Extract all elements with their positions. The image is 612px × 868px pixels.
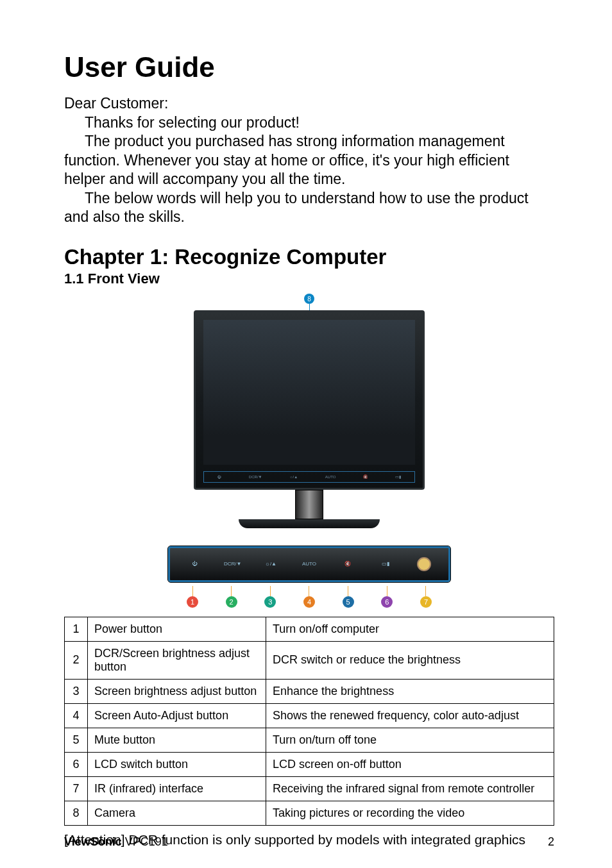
row-desc: Enhance the brightness bbox=[266, 679, 554, 703]
chapter-heading: Chapter 1: Recognize Computer bbox=[64, 245, 554, 269]
monitor-stand-base bbox=[239, 519, 380, 528]
row-number: 6 bbox=[65, 752, 88, 776]
panel-dcr-label: DCR/▼ bbox=[223, 561, 243, 567]
row-desc: DCR switch or reduce the brightness bbox=[266, 641, 554, 679]
monitor-screen bbox=[203, 320, 415, 465]
row-name: Power button bbox=[88, 617, 266, 641]
row-name: IR (infrared) interface bbox=[88, 776, 266, 801]
row-desc: Receiving the infrared signal from remot… bbox=[266, 776, 554, 801]
row-name: Screen Auto-Adjust button bbox=[88, 703, 266, 728]
parts-table: 1Power buttonTurn on/off computer2DCR/Sc… bbox=[64, 617, 554, 826]
panel-brightness-label: ☼/▲ bbox=[260, 561, 281, 567]
section-heading: 1.1 Front View bbox=[64, 271, 554, 287]
page-footer: ViewSonic VPC191 2 bbox=[64, 835, 554, 849]
table-row: 3Screen brightness adjust buttonEnhance … bbox=[65, 679, 554, 703]
intro-para-1: Thanks for selecting our product! bbox=[64, 113, 554, 132]
table-row: 8CameraTaking pictures or recording the … bbox=[65, 801, 554, 825]
row-desc: Shows the renewed frequency, color auto-… bbox=[266, 703, 554, 728]
intro-para-3: The below words will help you to underst… bbox=[64, 189, 554, 227]
panel-ir-hole bbox=[414, 557, 434, 571]
callout-4: 4 bbox=[303, 596, 315, 608]
callout-1: 1 bbox=[187, 596, 198, 608]
callout-2: 2 bbox=[226, 596, 237, 608]
table-row: 7IR (infrared) interfaceReceiving the in… bbox=[65, 776, 554, 801]
row-name: DCR/Screen brightness adjust button bbox=[88, 641, 266, 679]
intro-block: Dear Customer: Thanks for selecting our … bbox=[64, 95, 554, 227]
row-number: 4 bbox=[65, 703, 88, 728]
front-view-figure: 8 ⏻DCR/▼☼/▲AUTO🔇▭▮ ⏻ DCR/▼ ☼/▲ AUTO 🔇 ▭▮… bbox=[64, 292, 554, 608]
button-panel: ⏻ DCR/▼ ☼/▲ AUTO 🔇 ▭▮ bbox=[168, 546, 450, 582]
panel-mute-icon: 🔇 bbox=[337, 561, 358, 567]
row-number: 3 bbox=[65, 679, 88, 703]
row-number: 5 bbox=[65, 728, 88, 752]
panel-auto-label: AUTO bbox=[299, 561, 319, 567]
monitor-stand-neck bbox=[295, 490, 323, 519]
table-row: 6LCD switch buttonLCD screen on-off butt… bbox=[65, 752, 554, 776]
callout-5: 5 bbox=[343, 596, 354, 608]
row-name: LCD switch button bbox=[88, 752, 266, 776]
table-row: 1Power buttonTurn on/off computer bbox=[65, 617, 554, 641]
row-desc: Turn on/off computer bbox=[266, 617, 554, 641]
panel-power-icon: ⏻ bbox=[184, 561, 205, 567]
row-number: 2 bbox=[65, 641, 88, 679]
row-name: Mute button bbox=[88, 728, 266, 752]
footer-brand: ViewSonic VPC191 bbox=[64, 835, 168, 849]
row-name: Camera bbox=[88, 801, 266, 825]
page-title: User Guide bbox=[64, 51, 554, 83]
row-desc: Taking pictures or recording the video bbox=[266, 801, 554, 825]
row-desc: Turn on/turn off tone bbox=[266, 728, 554, 752]
footer-page-number: 2 bbox=[548, 835, 554, 849]
greeting: Dear Customer: bbox=[64, 95, 554, 112]
table-row: 4Screen Auto-Adjust buttonShows the rene… bbox=[65, 703, 554, 728]
table-row: 2DCR/Screen brightness adjust buttonDCR … bbox=[65, 641, 554, 679]
monitor-bezel-controls: ⏻DCR/▼☼/▲AUTO🔇▭▮ bbox=[203, 471, 415, 483]
monitor-illustration: ⏻DCR/▼☼/▲AUTO🔇▭▮ bbox=[194, 310, 425, 490]
callout-6: 6 bbox=[381, 596, 393, 608]
intro-para-2: The product you purchased has strong inf… bbox=[64, 132, 554, 188]
row-number: 8 bbox=[65, 801, 88, 825]
callout-3: 3 bbox=[264, 596, 276, 608]
callout-row: 1 2 3 4 5 6 7 bbox=[168, 586, 450, 608]
callout-8: 8 bbox=[304, 294, 314, 304]
row-number: 1 bbox=[65, 617, 88, 641]
panel-lcd-icon: ▭▮ bbox=[375, 561, 396, 567]
row-name: Screen brightness adjust button bbox=[88, 679, 266, 703]
row-desc: LCD screen on-off button bbox=[266, 752, 554, 776]
table-row: 5Mute buttonTurn on/turn off tone bbox=[65, 728, 554, 752]
callout-7: 7 bbox=[420, 596, 432, 608]
row-number: 7 bbox=[65, 776, 88, 801]
